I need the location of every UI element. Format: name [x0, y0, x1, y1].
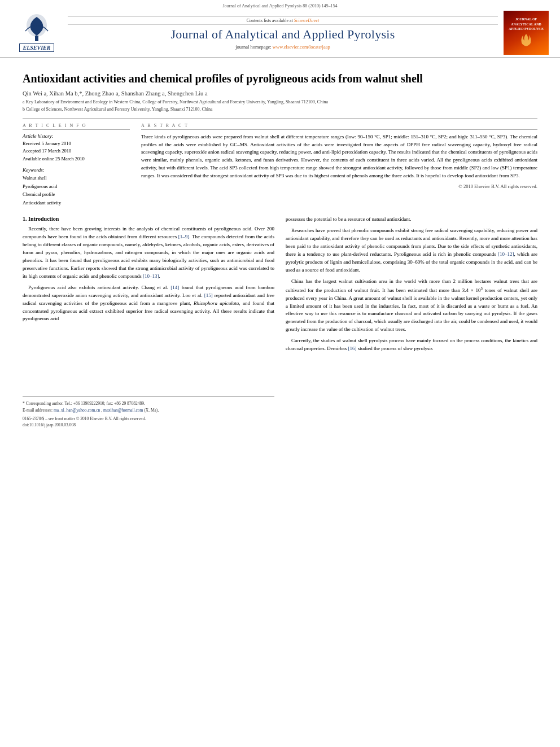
page: Journal of Analytical and Applied Pyroly… — [0, 0, 560, 747]
elsevier-tree-icon — [20, 14, 54, 42]
received-date: Received 5 January 2010 — [23, 140, 130, 148]
info-abstract-section: A R T I C L E I N F O Article history: R… — [23, 123, 537, 207]
keyword4: Antioxidant activity — [23, 199, 130, 207]
logo-right-text: JOURNAL OF ANALYTICAL AND APPLIED PYROLY… — [509, 17, 544, 49]
footnote-corresponding: * Corresponding author. Tel.: +86 139092… — [23, 400, 274, 407]
footnote-area: * Corresponding author. Tel.: +86 139092… — [23, 396, 274, 428]
authors-line: Qin Wei a, Xihan Ma b,*, Zhong Zhao a, S… — [23, 90, 537, 97]
ref1-9[interactable]: [1–9] — [178, 234, 190, 239]
elsevier-text: ELSEVIER — [19, 43, 55, 52]
email-link2[interactable]: maxihan@hotmail.com — [103, 408, 143, 413]
article-history: Article history: Received 5 January 2010… — [23, 133, 130, 163]
email-label: E-mail addresses: — [23, 408, 54, 413]
elsevier-logo: ELSEVIER — [11, 14, 62, 52]
keyword2: Pyroligneous acid — [23, 182, 130, 190]
logo-line2: ANALYTICAL AND — [509, 22, 544, 27]
journal-title: Journal of Analytical and Applied Pyroly… — [68, 27, 498, 42]
journal-homepage: journal homepage: www.elsevier.com/locat… — [68, 44, 498, 50]
abstract-label: A B S T R A C T — [141, 123, 537, 130]
article-title: Antioxidant activities and chemical prof… — [23, 71, 537, 86]
ref14[interactable]: [14] — [170, 285, 179, 290]
abstract-text: Three kinds of pyroligneous acids were p… — [141, 133, 537, 181]
ref10-13[interactable]: [10–13] — [143, 273, 159, 279]
authors-text: Qin Wei a, Xihan Ma b,*, Zhong Zhao a, S… — [23, 90, 208, 97]
footnote-email: E-mail addresses: ma_xi_han@yahoo.com.cn… — [23, 407, 274, 413]
article-info-label: A R T I C L E I N F O — [23, 123, 130, 130]
ref10-12[interactable]: [10–12] — [498, 251, 514, 257]
journal-citation: Journal of Analytical and Applied Pyroly… — [222, 3, 337, 8]
article-info-col: A R T I C L E I N F O Article history: R… — [23, 123, 130, 207]
keyword3: Chemical profile — [23, 190, 130, 198]
flame-icon — [518, 33, 535, 47]
right-para3: China has the largest walnut cultivation… — [286, 278, 537, 334]
affiliations: a Key Laboratory of Environment and Ecol… — [23, 99, 537, 113]
right-para4: Currently, the studies of walnut shell p… — [286, 337, 537, 353]
right-col: possesses the potential to be a resource… — [286, 216, 537, 428]
right-para2: Researches have proved that phenolic com… — [286, 227, 537, 274]
journal-header: ELSEVIER Contents lists available at Sci… — [0, 8, 560, 58]
main-content: 1. Introduction Recently, there have bee… — [23, 216, 537, 428]
intro-para2: Pyroligneous acid also exhibits antioxid… — [23, 284, 274, 324]
article-body: Antioxidant activities and chemical prof… — [0, 58, 560, 434]
copyright-line: © 2010 Elsevier B.V. All rights reserved… — [141, 184, 537, 189]
available-date: Available online 25 March 2010 — [23, 155, 130, 163]
logo-line1: JOURNAL OF — [509, 17, 544, 21]
footnote-doi: doi:10.1016/j.jaap.2010.03.008 — [23, 422, 274, 428]
intro-heading: 1. Introduction — [23, 216, 274, 222]
history-title: Article history: — [23, 133, 130, 139]
intro-para1: Recently, there have been growing intere… — [23, 225, 274, 281]
abstract-col: A B S T R A C T Three kinds of pyroligne… — [141, 123, 537, 207]
journal-meta-top: Journal of Analytical and Applied Pyroly… — [0, 0, 560, 8]
keywords-title: Keywords: — [23, 167, 130, 173]
divider1 — [23, 118, 537, 119]
keywords-section: Keywords: Walnut shell Pyroligneous acid… — [23, 167, 130, 207]
affiliation-b: b College of Sciences, Northwest Agricul… — [23, 106, 537, 113]
homepage-url[interactable]: www.elsevier.com/locate/jaap — [273, 44, 330, 50]
right-para1: possesses the potential to be a resource… — [286, 216, 537, 224]
logo-line3: APPLIED PYROLYSIS — [509, 27, 544, 31]
homepage-label: journal homepage: — [235, 44, 272, 50]
species-name: Rhizophora apiculata — [194, 300, 239, 306]
accepted-date: Accepted 17 March 2010 — [23, 147, 130, 155]
keyword1: Walnut shell — [23, 174, 130, 182]
email-author: (X. Ma). — [144, 408, 159, 413]
left-col: 1. Introduction Recently, there have bee… — [23, 216, 274, 428]
ref16[interactable]: [16] — [348, 346, 356, 351]
ref15[interactable]: [15] — [204, 292, 213, 298]
email-link1[interactable]: ma_xi_han@yahoo.com.cn — [54, 408, 100, 413]
header-center: Contents lists available at ScienceDirec… — [62, 16, 504, 50]
contents-label: Contents lists available at — [247, 18, 293, 23]
journal-logo-right: JOURNAL OF ANALYTICAL AND APPLIED PYROLY… — [504, 11, 549, 55]
contents-available: Contents lists available at ScienceDirec… — [68, 16, 498, 25]
footnote-issn: 0165-2370/$ – see front matter © 2010 El… — [23, 416, 274, 422]
affiliation-a: a Key Laboratory of Environment and Ecol… — [23, 99, 537, 106]
sciencedirect-link[interactable]: ScienceDirect — [294, 18, 320, 23]
